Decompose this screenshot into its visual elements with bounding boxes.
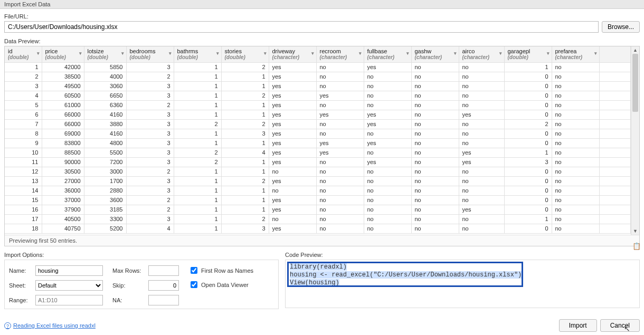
scroll-up-arrow[interactable]: ▲ [631, 46, 639, 54]
vertical-scrollbar[interactable]: ▲ ▼ [631, 46, 639, 235]
table-cell: 4800 [84, 138, 126, 148]
table-row[interactable]: 7660003880322yesnoyesnono2no [5, 119, 631, 129]
table-cell: yes [269, 224, 316, 233]
help-link[interactable]: ? Reading Excel files using readxl [4, 322, 96, 329]
column-dropdown-icon[interactable]: ▾ [169, 51, 172, 56]
table-row[interactable]: 6660004160311yesyesyesnoyes0no [5, 110, 631, 119]
column-header-airco[interactable]: airco(character)▾ [459, 46, 504, 62]
column-dropdown-icon[interactable]: ▾ [359, 51, 362, 56]
column-header-recroom[interactable]: recroom(character)▾ [316, 46, 364, 62]
table-row[interactable]: 17405003300312nonononono1no [5, 214, 631, 224]
table-cell: yes [269, 195, 316, 205]
table-cell: yes [269, 62, 316, 72]
column-dropdown-icon[interactable]: ▾ [406, 51, 409, 56]
table-row[interactable]: 5610006360211yesnononono0no [5, 100, 631, 110]
open-viewer-checkbox-input[interactable] [191, 281, 197, 288]
table-cell: 0 [504, 224, 552, 233]
column-dropdown-icon[interactable]: ▾ [79, 51, 82, 56]
cancel-button[interactable]: Cancel [600, 319, 640, 332]
table-cell: 36000 [42, 186, 84, 195]
first-row-checkbox[interactable]: First Row as Names [188, 265, 253, 275]
table-cell: 3 [221, 224, 269, 233]
code-preview-text[interactable]: library(readxl) housing <- read_excel("C… [286, 260, 639, 290]
first-row-checkbox-input[interactable] [191, 267, 197, 274]
table-cell: 69000 [42, 129, 84, 138]
table-cell: 1 [221, 157, 269, 167]
preview-footer-text: Previewing first 50 entries. [5, 235, 639, 246]
table-cell: 3 [126, 119, 174, 129]
maxrows-input[interactable] [148, 265, 179, 276]
column-header-fullbase[interactable]: fullbase(character)▾ [364, 46, 411, 62]
open-viewer-checkbox[interactable]: Open Data Viewer [188, 280, 253, 290]
table-cell: no [552, 129, 599, 138]
table-cell: no [364, 72, 411, 81]
column-header-garagepl[interactable]: garagepl(double)▾ [504, 46, 552, 62]
column-dropdown-icon[interactable]: ▾ [454, 51, 457, 56]
column-header-bathrms[interactable]: bathrms(double)▾ [174, 46, 221, 62]
table-row[interactable]: 1420005850312yesnoyesnono1no [5, 62, 631, 72]
table-cell: 1 [174, 167, 221, 176]
table-cell: yes [364, 138, 411, 148]
column-dropdown-icon[interactable]: ▾ [311, 51, 314, 56]
table-cell: 1 [221, 72, 269, 81]
table-cell: 3 [126, 62, 174, 72]
table-cell: no [459, 91, 504, 100]
column-dropdown-icon[interactable]: ▾ [264, 51, 267, 56]
scroll-thumb[interactable] [632, 54, 638, 112]
column-dropdown-icon[interactable]: ▾ [37, 51, 40, 56]
table-row[interactable]: 8690004160313yesnononono0no [5, 129, 631, 138]
table-cell: 2 [5, 72, 42, 81]
column-header-prefarea[interactable]: prefarea(character)▾ [552, 46, 599, 62]
sheet-select[interactable]: Default [35, 280, 103, 291]
column-header-lotsize[interactable]: lotsize(double)▾ [84, 46, 126, 62]
column-dropdown-icon[interactable]: ▾ [594, 51, 597, 56]
table-row[interactable]: 13270001700312yesnononono0no [5, 176, 631, 186]
column-dropdown-icon[interactable]: ▾ [499, 51, 502, 56]
table-row[interactable]: 16379003185211yesnononoyes0no [5, 205, 631, 214]
browse-button[interactable]: Browse... [602, 21, 640, 33]
table-cell: 3060 [84, 81, 126, 91]
table-row[interactable]: 11900007200321yesnoyesnoyes3no [5, 157, 631, 167]
range-input[interactable] [35, 295, 103, 305]
table-cell: no [411, 195, 459, 205]
table-cell: 3600 [84, 195, 126, 205]
table-cell: 3000 [84, 167, 126, 176]
table-row[interactable]: 15370003600211yesnononono0no [5, 195, 631, 205]
table-cell: yes [364, 110, 411, 119]
code-preview-box[interactable]: library(readxl) housing <- read_excel("C… [285, 260, 640, 308]
na-input[interactable] [148, 295, 179, 305]
table-cell: 3185 [84, 205, 126, 214]
scroll-down-arrow[interactable]: ▼ [631, 227, 639, 235]
column-dropdown-icon[interactable]: ▾ [121, 51, 124, 56]
column-header-gashw[interactable]: gashw(character)▾ [411, 46, 459, 62]
column-header-id[interactable]: id(double)▾ [5, 46, 42, 62]
table-cell: no [316, 205, 364, 214]
table-cell: 1 [174, 110, 221, 119]
table-row[interactable]: 9838004800311yesyesyesnono0no [5, 138, 631, 148]
table-row[interactable]: 3495003060311yesnononono0no [5, 81, 631, 91]
name-input[interactable] [35, 265, 103, 276]
table-row[interactable]: 12305003000211nonononono0no [5, 167, 631, 176]
table-row[interactable]: 14360002880311nonononono0no [5, 186, 631, 195]
data-preview-panel: id(double)▾price(double)▾lotsize(double)… [4, 46, 640, 246]
table-row[interactable]: 18407505200413yesnononono0no [5, 224, 631, 233]
table-cell: no [316, 195, 364, 205]
table-row[interactable]: 2385004000211yesnononono0no [5, 72, 631, 81]
copy-code-icon[interactable]: 📋 [632, 242, 640, 250]
help-icon: ? [4, 322, 11, 329]
column-header-bedrooms[interactable]: bedrooms(double)▾ [126, 46, 174, 62]
column-header-price[interactable]: price(double)▾ [42, 46, 84, 62]
import-button[interactable]: Import [559, 319, 597, 332]
file-url-input[interactable] [4, 21, 599, 33]
skip-input[interactable] [148, 280, 179, 291]
column-header-stories[interactable]: stories(double)▾ [221, 46, 269, 62]
column-dropdown-icon[interactable]: ▾ [216, 51, 219, 56]
table-row[interactable]: 10885005500324yesyesnonoyes1no [5, 148, 631, 157]
table-cell: no [364, 205, 411, 214]
table-cell: 4160 [84, 110, 126, 119]
column-header-driveway[interactable]: driveway(character)▾ [269, 46, 316, 62]
column-dropdown-icon[interactable]: ▾ [547, 51, 550, 56]
table-cell: 1 [504, 62, 552, 72]
table-row[interactable]: 4605006650312yesyesnonono0no [5, 91, 631, 100]
table-cell: no [552, 110, 599, 119]
